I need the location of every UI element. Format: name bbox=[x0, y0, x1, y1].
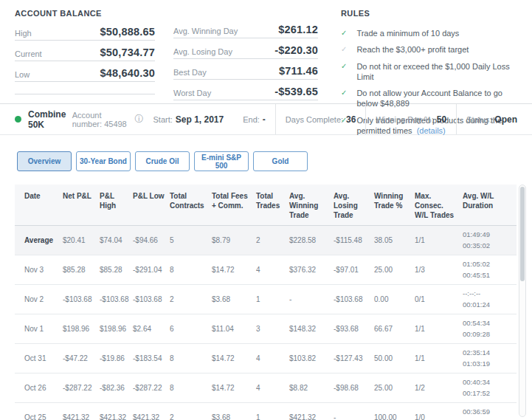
cell: $3.68 bbox=[212, 295, 256, 303]
duration-win: 02:35:14 bbox=[463, 348, 512, 358]
cell: 1 bbox=[256, 413, 289, 420]
cell-duration: 01:49:4900:35:02 bbox=[463, 230, 517, 251]
table-body: Average$20.41$74.04-$94.665$8.792$228.58… bbox=[15, 226, 517, 420]
duration-loss: 00:35:02 bbox=[463, 241, 512, 251]
cell-date: Nov 1 bbox=[15, 325, 63, 333]
cell: 25.00 bbox=[374, 266, 415, 274]
account-number: Account number: 45498 bbox=[72, 111, 131, 128]
cell-date: Nov 2 bbox=[15, 295, 63, 303]
rule-text: Do not hit or exceed the $1,000 Daily Lo… bbox=[356, 61, 517, 83]
cell: -$103.68 bbox=[133, 295, 170, 303]
tab-30-year-bond[interactable]: 30-Year Bond bbox=[76, 151, 131, 171]
cell: 1/1 bbox=[415, 236, 463, 244]
stat-label: High bbox=[15, 29, 32, 38]
stats-section: ACCOUNT BALANCE High$50,888.65Current$50… bbox=[0, 0, 532, 104]
cell: $198.96 bbox=[63, 325, 100, 333]
account-number-value: 45498 bbox=[104, 120, 127, 128]
account-number-label: Account number: bbox=[72, 111, 102, 128]
cell: $14.72 bbox=[212, 384, 256, 392]
table-row: Nov 1$198.96$198.96$2.646$11.043$148.32-… bbox=[15, 314, 517, 344]
cell-duration: 00:54:3400:09:28 bbox=[463, 318, 517, 340]
cell: -$103.68 bbox=[100, 295, 133, 303]
cell: $421.32 bbox=[289, 413, 334, 420]
cell: 25.00 bbox=[374, 384, 415, 392]
day-stats-rows: Avg. Winning Day$261.12Avg. Losing Day-$… bbox=[173, 18, 318, 100]
rule-text: Reach the $3,000+ profit target bbox=[356, 44, 469, 55]
cell: -$93.68 bbox=[334, 325, 374, 333]
stat-label: Current bbox=[15, 49, 42, 58]
duration-loss: 00:45:51 bbox=[463, 270, 512, 280]
scrollbar-thumb[interactable] bbox=[520, 187, 525, 281]
account-stat-value: Open bbox=[494, 114, 517, 125]
tab-gold[interactable]: Gold bbox=[253, 151, 308, 171]
cell: 8 bbox=[170, 384, 212, 392]
rules-title: RULES bbox=[341, 9, 517, 18]
cell: $8.79 bbox=[212, 236, 256, 244]
stat-row: Worst Day-$539.65 bbox=[173, 80, 318, 100]
cell: 1/2 bbox=[415, 384, 463, 392]
cell-duration: 01:05:0200:45:51 bbox=[463, 259, 517, 280]
tab-e-mini-s-p-500[interactable]: E-mini S&P 500 bbox=[194, 151, 249, 171]
duration-win: 00:40:34 bbox=[463, 377, 512, 388]
cell: $3.68 bbox=[212, 413, 256, 420]
stat-label: Avg. Losing Day bbox=[173, 47, 232, 56]
cell: $2.64 bbox=[133, 325, 170, 333]
cell: 1/0 bbox=[415, 413, 463, 420]
stat-value: $50,888.65 bbox=[100, 26, 155, 38]
rule-item: ✓Reach the $3,000+ profit target bbox=[341, 44, 517, 55]
cell: 0.00 bbox=[374, 295, 415, 303]
cell: 38.05 bbox=[374, 236, 415, 244]
stat-row: High$50,888.65 bbox=[15, 20, 155, 41]
cell-date: Oct 26 bbox=[15, 384, 63, 392]
cell-duration: --:--:--00:01:24 bbox=[463, 289, 517, 310]
table-row: Average$20.41$74.04-$94.665$8.792$228.58… bbox=[15, 226, 517, 255]
cell: $228.58 bbox=[289, 236, 334, 244]
column-header-avg-w-l-duration: Avg. W/L Duration bbox=[463, 185, 517, 225]
table-row: Oct 25$421.32$421.32$421.322$3.681$421.3… bbox=[15, 403, 517, 420]
stat-value: $711.46 bbox=[279, 65, 318, 77]
cell: $421.32 bbox=[63, 413, 100, 420]
rule-item: ✓Do not hit or exceed the $1,000 Daily L… bbox=[341, 61, 517, 83]
cell: $85.28 bbox=[63, 266, 100, 274]
column-header-total-fees-comm: Total Fees + Comm. bbox=[212, 185, 256, 225]
cell: -$287.22 bbox=[63, 384, 100, 392]
scrollbar[interactable] bbox=[519, 185, 526, 417]
cell: $14.72 bbox=[212, 266, 256, 274]
cell: -$103.68 bbox=[334, 295, 374, 303]
account-stat-value: 36 bbox=[346, 114, 356, 125]
stat-row: Low$48,640.30 bbox=[15, 61, 155, 82]
cell: -$98.68 bbox=[334, 384, 374, 392]
account-stats: Start:Sep 1, 2017End:-Days Complete:36Wi… bbox=[144, 104, 518, 134]
duration-loss: 00:09:28 bbox=[463, 329, 512, 340]
cell: -$127.43 bbox=[334, 354, 374, 362]
table-header-row: DateNet P&LP&L HighP&L LowTotal Contract… bbox=[15, 185, 517, 226]
check-icon: ✓ bbox=[341, 61, 347, 71]
cell: $14.72 bbox=[212, 354, 256, 362]
stat-value: $261.12 bbox=[278, 24, 318, 35]
account-stat-value: Sep 1, 2017 bbox=[176, 114, 224, 125]
info-icon[interactable]: ⓘ bbox=[135, 113, 144, 125]
cell: -$19.86 bbox=[100, 354, 133, 362]
stat-label: Low bbox=[15, 70, 30, 79]
stat-row: Avg. Winning Day$261.12 bbox=[173, 18, 318, 38]
combine-dashboard: ACCOUNT BALANCE High$50,888.65Current$50… bbox=[0, 0, 532, 420]
duration-loss: --:--:-- bbox=[463, 418, 512, 420]
account-stat-winning-day: Winning Day %:50 bbox=[365, 104, 456, 134]
cell: $148.32 bbox=[289, 325, 334, 333]
stat-label: Best Day bbox=[173, 68, 207, 77]
column-header-p-l-high: P&L High bbox=[100, 185, 133, 225]
cell: -$94.66 bbox=[133, 236, 170, 244]
account-status-dot-icon bbox=[15, 116, 21, 123]
account-stat-end: End:- bbox=[233, 104, 275, 134]
rule-item: ✓Trade a minimum of 10 days bbox=[341, 28, 517, 38]
account-stat-value: 50 bbox=[437, 114, 446, 125]
tab-crude-oil[interactable]: Crude Oil bbox=[135, 151, 190, 171]
tab-overview[interactable]: Overview bbox=[17, 151, 72, 171]
account-stat-value: - bbox=[263, 114, 266, 125]
cell: -$183.54 bbox=[133, 354, 170, 362]
cell: 4 bbox=[256, 384, 289, 392]
cell: 4 bbox=[256, 266, 289, 274]
stat-value: $48,640.30 bbox=[100, 67, 155, 79]
check-icon: ✓ bbox=[341, 44, 347, 54]
cell: - bbox=[289, 295, 334, 303]
